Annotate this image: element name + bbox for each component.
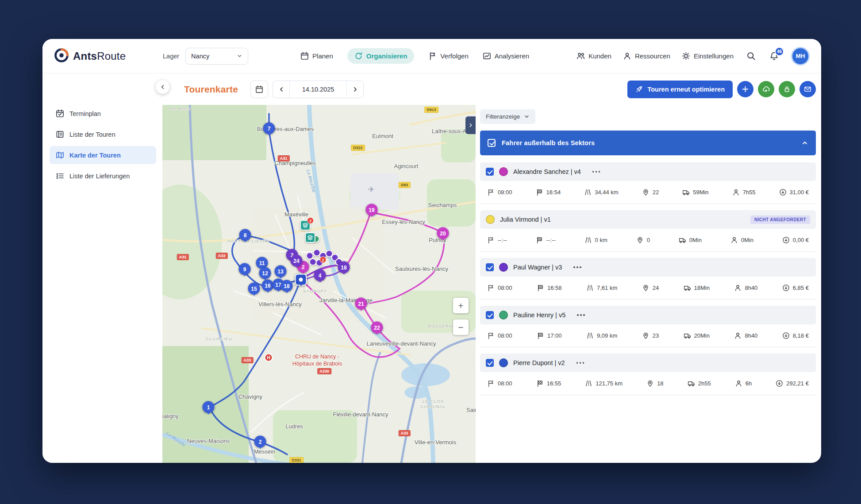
map-marker-layers[interactable] (305, 232, 315, 243)
map-marker-layers[interactable]: 2 (300, 220, 311, 231)
row-menu-icon[interactable] (576, 312, 586, 319)
map-marker-8[interactable]: 8 (239, 229, 251, 241)
map-marker-24[interactable]: 24 (291, 255, 303, 267)
map-label-town: Fléville-devant-Nancy (333, 411, 388, 418)
sidebar-item-terminplan[interactable]: Terminplan (50, 104, 156, 123)
previous-day-button[interactable] (273, 81, 290, 98)
driver-checkbox[interactable] (486, 168, 494, 176)
map-label-town: Ville-en-Vermois (415, 439, 456, 446)
stat-cost: 6,85 € (782, 284, 809, 292)
reoptimize-tours-button[interactable]: Touren erneut optimieren (627, 81, 733, 98)
nav-kunden[interactable]: Kunden (577, 52, 611, 60)
nav-ressourcen[interactable]: Ressourcen (623, 52, 670, 60)
map-marker-22[interactable]: 22 (371, 322, 383, 334)
map-marker-19[interactable]: 19 (366, 204, 378, 216)
driver-header[interactable]: Alexandre Sanchez | v4 (480, 162, 816, 181)
collapse-panel-button[interactable] (156, 80, 169, 94)
map-marker-1[interactable]: 1 (203, 401, 215, 413)
row-menu-icon[interactable] (592, 168, 601, 175)
stat-stops: 24 (642, 284, 659, 292)
driver-header[interactable]: Julia Virmond | v1 NICHT ANGEFORDERT (480, 210, 816, 229)
stat-distance: 7,61 km (586, 284, 617, 292)
map-marker-21[interactable]: 21 (355, 298, 367, 310)
map-label-area: LE CLOS CARDINAL (420, 399, 446, 409)
row-menu-icon[interactable] (573, 264, 582, 271)
driver-checkbox[interactable] (486, 263, 494, 271)
chart-icon (483, 52, 491, 60)
stat-end-time: 16:58 (537, 284, 562, 292)
map-marker-13[interactable]: 13 (275, 265, 287, 277)
stat-cost: 292,21 € (776, 380, 809, 387)
stat-working-time: 6h (735, 380, 752, 387)
map-marker-9[interactable]: 9 (239, 263, 251, 275)
avatar[interactable]: MH (791, 47, 810, 65)
chevron-up-icon (801, 139, 808, 146)
map-marker-15[interactable]: 15 (248, 283, 260, 295)
stat-start-time: --:-- (487, 236, 507, 244)
map-marker-7[interactable]: 7 (263, 123, 275, 135)
notifications-button[interactable]: 46 (768, 50, 780, 62)
stat-driving-time: 20Min (684, 332, 710, 339)
expand-map-button[interactable] (465, 116, 476, 134)
sector-checkbox[interactable] (488, 139, 496, 147)
search-button[interactable] (745, 50, 757, 62)
driver-header[interactable]: Pauline Henry | v5 (480, 306, 816, 324)
map-marker-4[interactable]: 4 (314, 269, 326, 281)
sector-title: Fahrer außerhalb des Sektors (502, 139, 595, 146)
map-marker-2[interactable]: 2 (254, 436, 266, 448)
stat-driving-time: 59Min (682, 189, 708, 196)
map-marker-18[interactable]: 18 (338, 262, 350, 273)
nav-planen[interactable]: Planen (300, 52, 333, 60)
map-label-town: Seichamps (428, 202, 457, 209)
sidebar-item-karte-der-touren[interactable]: Karte der Touren (50, 146, 156, 164)
stat-distance: 34,44 km (584, 189, 618, 196)
sidebar-item-liste-der-lieferungen[interactable]: Liste der Lieferungen (50, 167, 156, 185)
map-label-town: Villers-lès-Nancy (258, 301, 301, 308)
map-marker-12[interactable]: 12 (259, 267, 271, 279)
current-date[interactable]: 14.10.2025 (290, 81, 346, 98)
warehouse-select[interactable]: Nancy (185, 48, 248, 65)
nav-analysieren[interactable]: Analysieren (483, 52, 529, 60)
driver-header[interactable]: Paul Wagner | v3 (480, 258, 816, 277)
nav-organisieren[interactable]: Organisieren (347, 48, 415, 64)
stat-driving-time: 0Min (679, 236, 702, 244)
zoom-out-button[interactable]: − (453, 319, 469, 335)
map-overlay: DE BOISBouxières-aux-DamesEulmontLaître-… (162, 105, 476, 463)
chevron-left-icon (278, 86, 285, 93)
road-shield: D913 (424, 107, 438, 113)
top-right-nav: Kunden Ressourcen Einstellungen 46 MH (577, 47, 810, 65)
cloud-upload-button[interactable] (758, 81, 774, 97)
map-marker-16[interactable]: 16 (262, 280, 274, 292)
driver-header[interactable]: Pierre Dupont | v2 (480, 354, 816, 372)
nav-einstellungen[interactable]: Einstellungen (682, 52, 734, 60)
stat-working-time: 8h40 (734, 284, 757, 292)
stat-stops: 0 (636, 236, 650, 244)
filter-display-dropdown[interactable]: Filteranzeige (480, 109, 535, 124)
calendar-picker-button[interactable] (250, 81, 268, 98)
chevron-right-icon (468, 122, 474, 128)
driver-color-dot (499, 311, 508, 319)
send-mail-button[interactable] (800, 81, 816, 97)
map-label-town: Ludres (285, 423, 303, 430)
next-day-button[interactable] (346, 81, 363, 98)
chevron-right-icon (352, 86, 359, 93)
sector-section-header[interactable]: Fahrer außerhalb des Sektors (480, 131, 816, 155)
zoom-in-button[interactable]: + (453, 298, 469, 313)
map-marker-18[interactable]: 18 (281, 280, 293, 292)
nav-verfolgen[interactable]: Verfolgen (428, 52, 468, 60)
driver-checkbox[interactable] (486, 311, 494, 319)
driver-name: Julia Virmond | v1 (500, 216, 551, 223)
map-marker-H[interactable]: H (265, 354, 273, 362)
tour-map[interactable]: DE BOISBouxières-aux-DamesEulmontLaître-… (162, 105, 476, 463)
map-marker-dot[interactable]: 2 (316, 259, 323, 267)
lock-button[interactable] (779, 81, 795, 97)
add-button[interactable] (737, 81, 753, 97)
row-menu-icon[interactable] (576, 359, 585, 366)
brand-logo[interactable]: AntsRoute (54, 48, 145, 65)
stat-end-time: --:-- (536, 236, 556, 244)
map-marker-20[interactable]: 20 (437, 227, 449, 239)
stat-start-time: 08:00 (487, 284, 512, 292)
sidebar-item-liste-der-touren[interactable]: Liste der Touren (50, 125, 156, 143)
map-marker-depot[interactable] (295, 274, 307, 286)
driver-checkbox[interactable] (486, 359, 494, 367)
